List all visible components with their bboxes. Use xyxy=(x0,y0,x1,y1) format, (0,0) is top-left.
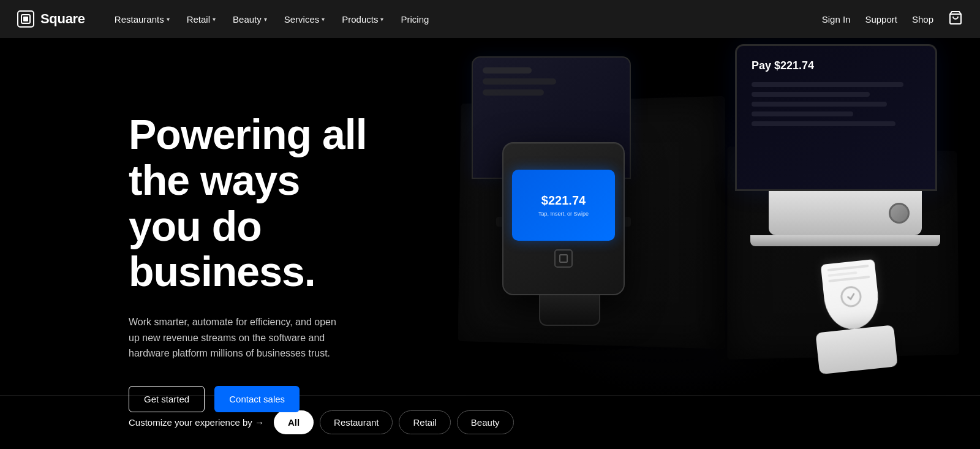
hero-title: Powering all the ways you do business. xyxy=(129,111,368,295)
register-pay-text: Pay $221.74 xyxy=(752,59,921,72)
nav-right: Sign In Support Shop xyxy=(822,10,963,28)
nav-items: Restaurants ▾ Retail ▾ Beauty ▾ Services… xyxy=(107,9,822,29)
reader-amount: $221.74 xyxy=(541,194,586,208)
logo-link[interactable]: Square xyxy=(17,10,85,28)
chevron-down-icon: ▾ xyxy=(167,16,170,23)
hero-devices: $221.74 Tap, Insert, or Swipe Pay $221.7… xyxy=(429,38,980,418)
nav-products[interactable]: Products ▾ xyxy=(334,9,391,29)
nav-retail[interactable]: Retail ▾ xyxy=(179,9,223,29)
shop-link[interactable]: Shop xyxy=(912,14,933,25)
nav-beauty[interactable]: Beauty ▾ xyxy=(225,9,274,29)
device-register: Pay $221.74 xyxy=(735,44,956,289)
nav-services[interactable]: Services ▾ xyxy=(277,9,333,29)
main-nav: Square Restaurants ▾ Retail ▾ Beauty ▾ S… xyxy=(0,0,980,38)
hero-content: Powering all the ways you do business. W… xyxy=(0,38,368,412)
chevron-down-icon: ▾ xyxy=(264,16,267,23)
device-terminal-reader: $221.74 Tap, Insert, or Swipe xyxy=(502,142,637,326)
chevron-down-icon: ▾ xyxy=(213,16,216,23)
chevron-down-icon: ▾ xyxy=(322,16,325,23)
sign-in-link[interactable]: Sign In xyxy=(822,14,851,25)
logo-icon xyxy=(17,10,34,28)
chevron-down-icon: ▾ xyxy=(380,16,383,23)
filter-all[interactable]: All xyxy=(274,410,314,434)
hero-section: Powering all the ways you do business. W… xyxy=(0,38,980,449)
hero-buttons: Get started Contact sales xyxy=(129,386,368,412)
svg-rect-1 xyxy=(23,17,28,21)
brand-name: Square xyxy=(40,11,85,27)
nav-pricing[interactable]: Pricing xyxy=(393,9,436,29)
device-receipt-printer xyxy=(802,257,907,401)
contact-sales-button[interactable]: Contact sales xyxy=(214,386,300,412)
cart-icon[interactable] xyxy=(948,10,963,28)
reader-instruction: Tap, Insert, or Swipe xyxy=(538,211,589,217)
filter-restaurant[interactable]: Restaurant xyxy=(320,410,393,434)
get-started-button[interactable]: Get started xyxy=(129,386,205,412)
nav-restaurants[interactable]: Restaurants ▾ xyxy=(107,9,177,29)
support-link[interactable]: Support xyxy=(865,14,897,25)
customize-label: Customize your experience by → xyxy=(129,417,264,428)
hero-subtitle: Work smarter, automate for efficiency, a… xyxy=(129,314,337,361)
